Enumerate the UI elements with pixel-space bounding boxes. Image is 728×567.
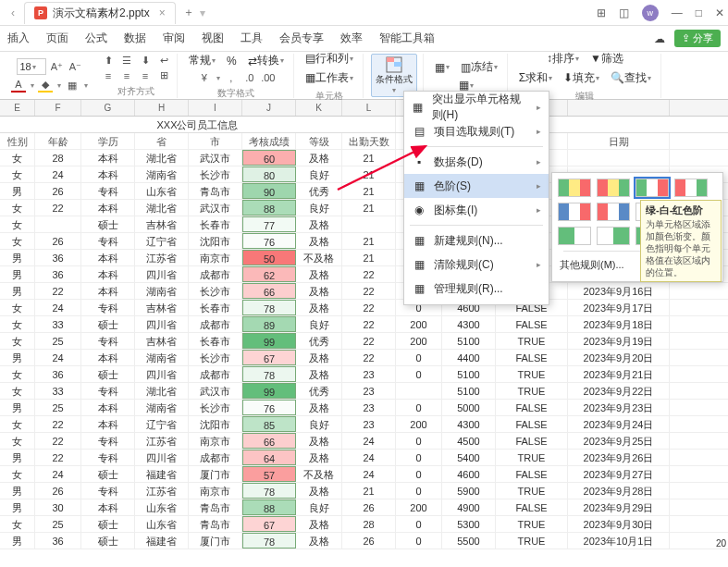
table-row[interactable]: 女33硕士四川省成都市89良好222004300FALSE2023年9月18日 [0, 316, 728, 333]
align-mid-icon[interactable]: ☰ [119, 54, 134, 68]
cube-icon[interactable]: ◫ [619, 6, 629, 19]
align-center-icon[interactable]: ≡ [119, 68, 134, 83]
table-row[interactable]: 男36硕士福建省厦门市78及格2605500TRUE2023年10月1日 [0, 533, 728, 549]
col-j: J [242, 100, 296, 116]
menu-newrule[interactable]: ▦新建规则(N)... [404, 228, 549, 253]
tooltip-title: 绿-白-红色阶 [646, 203, 716, 216]
swatch-4[interactable] [674, 179, 708, 197]
number-format-select[interactable]: 常规▾ [185, 51, 219, 70]
title-row: XXX公司员工信息 [0, 117, 728, 133]
dec-inc-icon[interactable]: .0 [242, 70, 257, 85]
menu-clearrule[interactable]: ▦清除规则(C)▸ [404, 253, 549, 277]
tab-prev-icon[interactable]: ‹ [4, 6, 22, 19]
share-button[interactable]: ⇪ 分享 [674, 30, 721, 47]
menu-insert[interactable]: 插入 [7, 31, 30, 46]
fill-color-icon[interactable]: ◆ [38, 78, 53, 92]
table-row[interactable]: 女25硕士山东省青岛市67及格2805300TRUE2023年9月30日 [0, 516, 728, 533]
minimize-icon[interactable]: — [672, 6, 683, 19]
filter-button[interactable]: ▼ 筛选 [586, 49, 627, 68]
newrule-icon: ▦ [412, 233, 426, 248]
font-color-icon[interactable]: A [11, 78, 26, 92]
align-top-icon[interactable]: ⬆ [101, 54, 116, 68]
table-row[interactable]: 男22专科四川省成都市64及格2405400TRUE2023年9月26日 [0, 450, 728, 466]
menu-data[interactable]: 数据 [124, 31, 146, 46]
convert-button[interactable]: ⇄转换▾ [244, 51, 288, 70]
table-row[interactable]: 女33专科湖北省武汉市99优秀235100TRUE2023年9月22日 [0, 383, 728, 400]
shrink-font-icon[interactable]: A⁻ [68, 59, 83, 74]
freeze-button[interactable]: ▦▾ [431, 59, 453, 76]
menu-formula[interactable]: 公式 [85, 31, 107, 46]
swatch-5[interactable] [558, 203, 591, 221]
window-controls: ⊞ ◫ w — □ ✕ [597, 5, 724, 21]
table-row[interactable]: 男30本科山东省青岛市88良好262004900FALSE2023年9月29日 [0, 499, 728, 516]
menu-page[interactable]: 页面 [46, 31, 68, 46]
freeze2-button[interactable]: ▥ 冻结▾ [457, 57, 501, 77]
swatch-3[interactable] [635, 179, 669, 197]
svg-line-3 [338, 146, 426, 190]
table-row[interactable]: 女36硕士四川省成都市78及格2305100TRUE2023年9月21日 [0, 366, 728, 383]
find-button[interactable]: 🔍 查找▾ [607, 68, 655, 88]
user-avatar[interactable]: w [642, 5, 659, 21]
menu-efficiency[interactable]: 效率 [340, 31, 363, 46]
menu-highlight[interactable]: ▦突出显示单元格规则(H)▸ [404, 95, 549, 119]
menu-review[interactable]: 审阅 [163, 31, 185, 46]
table-row[interactable]: 男24本科湖南省长沙市67及格2204400FALSE2023年9月20日 [0, 350, 728, 366]
app-icon[interactable]: ⊞ [597, 6, 606, 19]
border-icon[interactable]: ▦ [65, 78, 80, 92]
currency-icon[interactable]: ¥ [197, 70, 212, 85]
table-row[interactable]: 女22专科江苏省南京市66及格2404500FALSE2023年9月25日 [0, 433, 728, 450]
iconset-icon: ◉ [412, 203, 426, 217]
swatch-2[interactable] [597, 179, 630, 197]
group-num-label: 数字格式 [217, 87, 254, 100]
menu-iconset[interactable]: ◉图标集(I)▸ [404, 198, 549, 222]
table-row[interactable]: 女22本科辽宁省沈阳市85良好232004300FALSE2023年9月24日 [0, 416, 728, 433]
fontsize-input[interactable]: 18▾ [17, 58, 46, 75]
worksheet-button[interactable]: ▦ 工作表▾ [302, 68, 357, 88]
wrap-icon[interactable]: ↩ [156, 54, 171, 68]
file-tab[interactable]: P 演示文稿素材2.pptx × [24, 2, 176, 24]
table-row[interactable]: 男25本科湖南省长沙市76及格2305000FALSE2023年9月23日 [0, 400, 728, 416]
rowcol-button[interactable]: ▤ 行和列▾ [302, 49, 357, 68]
align-right-icon[interactable]: ≡ [138, 68, 153, 83]
percent-button[interactable]: % [223, 53, 241, 69]
tab-menu-icon[interactable]: ▾ [200, 6, 205, 19]
file-name: 演示文稿素材2.pptx [53, 6, 150, 21]
swatch-6[interactable] [597, 203, 630, 221]
cloud-icon[interactable]: ☁ [654, 32, 665, 45]
close-tab-icon[interactable]: × [159, 6, 166, 19]
table-row[interactable]: 女24专科吉林省长春市78及格2204600FALSE2023年9月17日 [0, 300, 728, 316]
merge-icon[interactable]: ⊞ [156, 68, 171, 83]
table-row[interactable]: 男22本科湖南省长沙市66及格2204100FALSE2023年9月16日 [0, 283, 728, 300]
menu-view[interactable]: 视图 [202, 31, 224, 46]
table-row[interactable]: 男26专科江苏省南京市78及格2105900TRUE2023年9月28日 [0, 483, 728, 499]
sum-button[interactable]: Σ 求和▾ [515, 68, 556, 88]
grow-font-icon[interactable]: A⁺ [50, 59, 65, 74]
swatch-9[interactable] [558, 227, 591, 245]
colorscale-tooltip: 绿-白-红色阶 为单元格区域添加颜色渐变。颜色指明每个单元格值在该区域内的位置。 [640, 200, 722, 282]
svg-rect-1 [387, 57, 394, 62]
col-i: I [189, 100, 242, 116]
ribbon: 18▾ A⁺ A⁻ A▾ ◆▾ ▦▾ ⬆ ☰ ⬇ ↩ ≡ ≡ ≡ ⊞ 对齐方式 … [0, 52, 728, 100]
align-left-icon[interactable]: ≡ [101, 68, 116, 83]
comma-icon[interactable]: , [224, 70, 239, 85]
maximize-icon[interactable]: □ [696, 6, 702, 19]
add-tab-icon[interactable]: ＋ [183, 5, 194, 20]
swatch-10[interactable] [597, 227, 630, 245]
table-row[interactable]: 女24硕士福建省厦门市57不及格2404600FALSE2023年9月27日 [0, 466, 728, 483]
fill-button[interactable]: ⬇ 填充▾ [560, 68, 603, 88]
swatch-1[interactable] [558, 179, 591, 197]
close-window-icon[interactable]: ✕ [715, 6, 724, 19]
table-row[interactable]: 女25专科吉林省长春市99优秀222005100TRUE2023年9月19日 [0, 333, 728, 350]
col-g: G [81, 100, 135, 116]
menu-tools[interactable]: 工具 [241, 31, 263, 46]
sort-button[interactable]: ↕ 排序▾ [543, 49, 583, 68]
align-bot-icon[interactable]: ⬇ [138, 54, 153, 68]
menu-managerule[interactable]: ▦管理规则(R)... [404, 277, 549, 301]
dec-dec-icon[interactable]: .00 [261, 70, 276, 85]
clearrule-icon: ▦ [412, 257, 426, 272]
cutoff-text: 20 [716, 538, 726, 549]
toprules-icon: ▤ [412, 124, 426, 139]
menu-vip[interactable]: 会员专享 [279, 31, 324, 46]
menu-smart[interactable]: 智能工具箱 [379, 31, 435, 46]
condfmt-icon [386, 56, 402, 73]
